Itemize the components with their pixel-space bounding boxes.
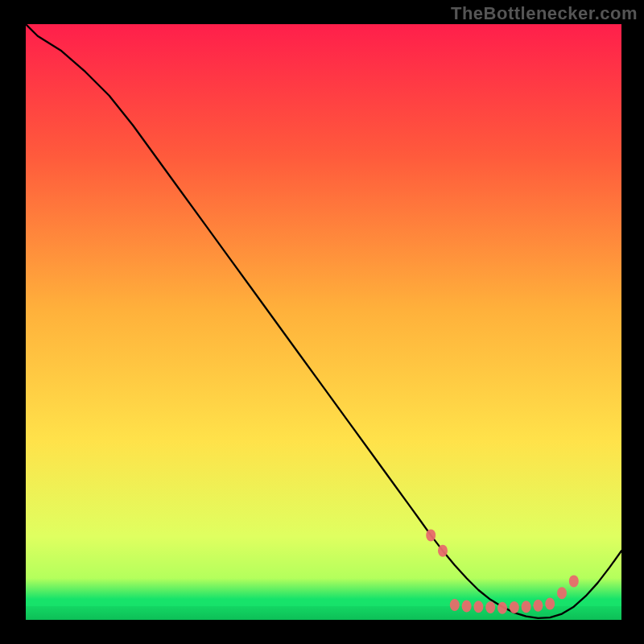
svg-point-12 <box>545 598 555 610</box>
svg-point-13 <box>557 587 567 599</box>
bottleneck-curve-plot <box>26 24 621 620</box>
svg-rect-1 <box>26 599 621 606</box>
attribution-label: TheBottlenecker.com <box>451 3 638 24</box>
svg-point-14 <box>569 575 579 587</box>
svg-point-9 <box>510 601 519 613</box>
svg-point-8 <box>497 602 507 614</box>
svg-point-6 <box>473 601 483 613</box>
svg-point-3 <box>438 545 448 557</box>
svg-point-2 <box>426 529 436 541</box>
svg-point-10 <box>522 601 531 613</box>
svg-point-7 <box>485 601 495 613</box>
svg-point-4 <box>450 599 460 611</box>
svg-point-5 <box>462 600 472 612</box>
chart-stage: TheBottlenecker.com <box>0 0 644 644</box>
svg-point-11 <box>533 600 543 612</box>
svg-rect-0 <box>26 24 621 620</box>
